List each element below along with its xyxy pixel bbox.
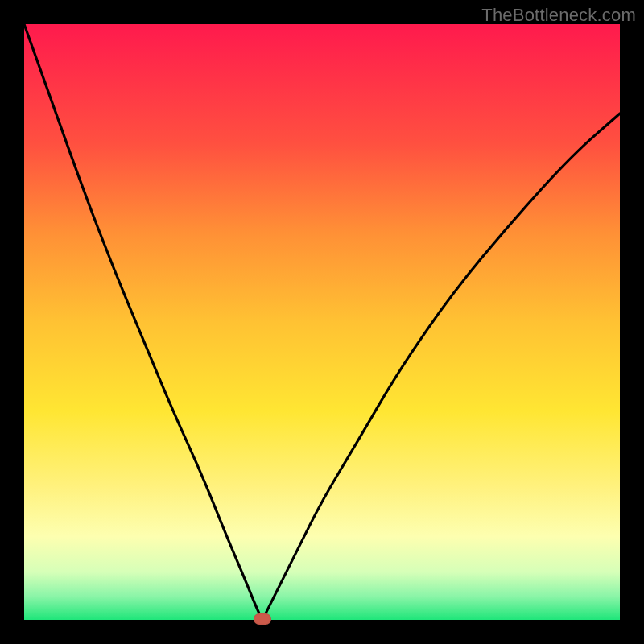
- bottleneck-marker: [254, 613, 271, 625]
- chart-plot-area: [24, 24, 620, 620]
- chart-frame: TheBottleneck.com: [0, 0, 644, 644]
- watermark-text: TheBottleneck.com: [481, 5, 636, 26]
- bottleneck-curve: [24, 24, 620, 620]
